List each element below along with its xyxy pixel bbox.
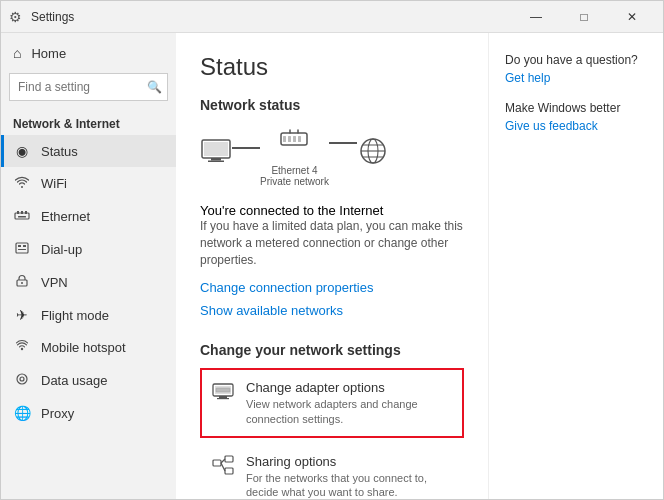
sidebar-item-label: Flight mode (41, 308, 109, 323)
show-networks-link[interactable]: Show available networks (200, 303, 343, 318)
search-input[interactable] (9, 73, 168, 101)
sharing-title: Sharing options (246, 454, 452, 469)
svg-rect-8 (18, 249, 26, 250)
sharing-content: Sharing options For the networks that yo… (246, 454, 452, 499)
get-help-link[interactable]: Get help (505, 71, 647, 85)
title-bar: ⚙ Settings — □ ✕ (1, 1, 663, 33)
svg-point-11 (21, 348, 23, 350)
change-connection-link[interactable]: Change connection properties (200, 280, 373, 295)
svg-line-34 (221, 459, 225, 463)
svg-rect-33 (225, 468, 233, 474)
internet-icon (357, 137, 389, 172)
sidebar-item-label: VPN (41, 275, 68, 290)
window-icon: ⚙ (9, 9, 25, 25)
svg-rect-29 (217, 398, 229, 399)
window-title: Settings (31, 10, 513, 24)
adapter-icon (212, 381, 234, 406)
sidebar-item-ethernet[interactable]: Ethernet (1, 200, 176, 233)
change-section-title: Change your network settings (200, 342, 464, 358)
connected-title: You're connected to the Internet (200, 203, 464, 218)
sidebar-item-label: Dial-up (41, 242, 82, 257)
svg-rect-20 (288, 136, 291, 142)
adapter-title: Change adapter options (246, 380, 452, 395)
sharing-options-item[interactable]: Sharing options For the networks that yo… (200, 442, 464, 499)
svg-rect-15 (204, 142, 228, 156)
main-content: Status Network status (176, 33, 488, 499)
svg-rect-7 (23, 245, 26, 247)
content-area: ⌂ Home 🔍 Network & Internet ◉ Status (1, 33, 663, 499)
maximize-button[interactable]: □ (561, 1, 607, 33)
sidebar-item-vpn[interactable]: VPN (1, 266, 176, 299)
svg-point-12 (17, 374, 27, 384)
vpn-icon (13, 274, 31, 291)
svg-rect-2 (21, 211, 23, 214)
svg-rect-17 (208, 161, 224, 163)
sidebar: ⌂ Home 🔍 Network & Internet ◉ Status (1, 33, 176, 499)
sidebar-item-flightmode[interactable]: ✈ Flight mode (1, 299, 176, 331)
network-status-title: Network status (200, 97, 464, 113)
sidebar-item-dialup[interactable]: Dial-up (1, 233, 176, 266)
router-icon (278, 125, 310, 160)
datausage-icon (13, 372, 31, 389)
svg-rect-6 (18, 245, 21, 247)
sidebar-item-label: Ethernet (41, 209, 90, 224)
sidebar-item-label: WiFi (41, 176, 67, 191)
wifi-icon (13, 175, 31, 192)
ethernet-icon (13, 208, 31, 225)
home-icon: ⌂ (13, 45, 21, 61)
sidebar-item-datausage[interactable]: Data usage (1, 364, 176, 397)
svg-rect-21 (293, 136, 296, 142)
diagram-line-2 (329, 142, 357, 144)
diagram-computer (200, 137, 232, 175)
sidebar-section-title: Network & Internet (1, 109, 176, 135)
svg-point-10 (21, 282, 23, 284)
sidebar-item-label: Status (41, 144, 78, 159)
search-box: 🔍 (9, 73, 168, 101)
sidebar-item-mobilehotspot[interactable]: Mobile hotspot (1, 331, 176, 364)
minimize-button[interactable]: — (513, 1, 559, 33)
svg-rect-4 (18, 216, 26, 218)
network-diagram: Ethernet 4 Private network (200, 125, 464, 187)
settings-window: ⚙ Settings — □ ✕ ⌂ Home 🔍 Network & Inte… (0, 0, 664, 500)
diagram-network-label: Private network (260, 176, 329, 187)
svg-rect-3 (25, 211, 27, 214)
diagram-router: Ethernet 4 Private network (260, 125, 329, 187)
sidebar-item-label: Data usage (41, 373, 108, 388)
adapter-content: Change adapter options View network adap… (246, 380, 452, 426)
sharing-icon (212, 455, 234, 480)
sidebar-item-proxy[interactable]: 🌐 Proxy (1, 397, 176, 429)
svg-line-35 (221, 463, 225, 471)
svg-rect-19 (283, 136, 286, 142)
proxy-icon: 🌐 (13, 405, 31, 421)
svg-rect-5 (16, 243, 28, 253)
svg-rect-16 (211, 158, 221, 161)
hotspot-icon (13, 339, 31, 356)
sidebar-home[interactable]: ⌂ Home (1, 37, 176, 69)
flightmode-icon: ✈ (13, 307, 31, 323)
sidebar-item-label: Proxy (41, 406, 74, 421)
change-adapter-item[interactable]: Change adapter options View network adap… (200, 368, 464, 438)
right-panel: Do you have a question? Get help Make Wi… (488, 33, 663, 499)
svg-rect-22 (298, 136, 301, 142)
connected-desc: If you have a limited data plan, you can… (200, 218, 464, 268)
adapter-desc: View network adapters and change connect… (246, 397, 452, 426)
svg-point-13 (20, 377, 24, 381)
window-controls: — □ ✕ (513, 1, 655, 33)
sidebar-item-status[interactable]: ◉ Status (1, 135, 176, 167)
status-icon: ◉ (13, 143, 31, 159)
svg-rect-28 (219, 396, 227, 398)
right-question: Do you have a question? (505, 53, 647, 67)
sidebar-item-wifi[interactable]: WiFi (1, 167, 176, 200)
dialup-icon (13, 241, 31, 258)
svg-rect-30 (216, 388, 230, 392)
diagram-internet (357, 137, 389, 175)
svg-rect-1 (17, 211, 19, 214)
sidebar-item-label: Mobile hotspot (41, 340, 126, 355)
svg-rect-31 (213, 460, 221, 466)
search-icon: 🔍 (147, 80, 162, 94)
computer-icon (200, 137, 232, 172)
close-button[interactable]: ✕ (609, 1, 655, 33)
home-label: Home (31, 46, 66, 61)
diagram-line-1 (232, 147, 260, 149)
give-feedback-link[interactable]: Give us feedback (505, 119, 647, 133)
